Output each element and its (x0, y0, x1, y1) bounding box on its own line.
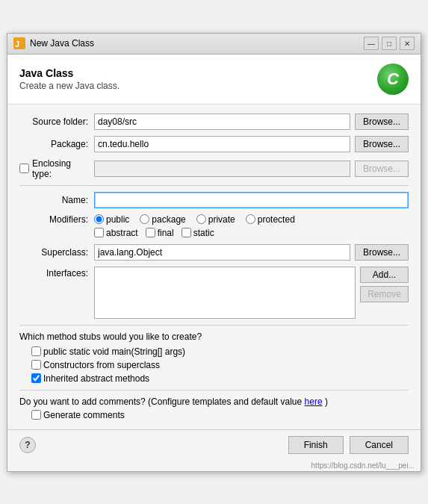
dialog-window: J New Java Class — □ ✕ Java Class Create… (7, 33, 421, 472)
window-controls: — □ ✕ (364, 37, 415, 50)
help-button[interactable]: ? (19, 437, 36, 453)
dialog-footer: ? Finish Cancel (7, 429, 421, 460)
package-label: Package: (19, 139, 94, 149)
stub-inherited-row: Inherited abstract methods (31, 373, 409, 384)
watermark: https://blog.csdn.net/lu___pei... (7, 460, 421, 471)
modifier-protected-option[interactable]: protected (246, 214, 295, 225)
superclass-row: Superclass: Browse... (19, 244, 409, 261)
minimize-button[interactable]: — (364, 37, 379, 50)
dialog-body: Source folder: Browse... Package: Browse… (7, 105, 421, 429)
divider-2 (19, 325, 409, 326)
superclass-label: Superclass: (19, 247, 94, 258)
generate-comments-checkbox[interactable]: Generate comments (31, 410, 401, 420)
comments-link[interactable]: here (305, 396, 323, 407)
source-folder-browse-button[interactable]: Browse... (355, 113, 409, 130)
header-title: Java Class (19, 67, 120, 79)
interfaces-input[interactable] (94, 267, 356, 319)
enclosing-type-input[interactable] (94, 161, 350, 177)
enclosing-type-checkbox[interactable] (19, 164, 29, 173)
window-title: New Java Class (30, 38, 364, 49)
close-button[interactable]: ✕ (400, 37, 415, 50)
divider-3 (19, 390, 409, 391)
package-input[interactable] (94, 136, 350, 152)
finish-button[interactable]: Finish (288, 436, 344, 454)
stub-inherited-checkbox[interactable]: Inherited abstract methods (31, 373, 401, 384)
comments-section: Do you want to add comments? (Configure … (19, 396, 409, 407)
superclass-browse-button[interactable]: Browse... (355, 244, 409, 261)
comments-end: ) (325, 396, 328, 407)
modifier-public-option[interactable]: public (94, 214, 129, 225)
modifier-abstract-checkbox[interactable]: abstract (94, 228, 138, 238)
modifier-static-checkbox[interactable]: static (182, 228, 214, 238)
interfaces-remove-button[interactable]: Remove (360, 286, 409, 302)
modifiers-label: Modifiers: (19, 214, 94, 225)
stub-constructors-checkbox[interactable]: Constructors from superclass (31, 360, 401, 370)
modifier-checkboxes-row: abstract final static (94, 228, 409, 238)
header-text: Java Class Create a new Java class. (19, 67, 120, 91)
interfaces-row: Interfaces: Add... Remove (19, 267, 409, 319)
generate-comments-row: Generate comments (31, 410, 409, 420)
modifier-package-option[interactable]: package (140, 214, 185, 225)
dialog-header: Java Class Create a new Java class. C (7, 55, 421, 105)
modifiers-row: Modifiers: public package private protec… (19, 214, 409, 225)
restore-button[interactable]: □ (382, 37, 397, 50)
stub-constructors-row: Constructors from superclass (31, 360, 409, 370)
interfaces-label: Interfaces: (19, 267, 94, 279)
interfaces-buttons: Add... Remove (360, 267, 409, 302)
stub-main-checkbox[interactable]: public static void main(String[] args) (31, 346, 401, 357)
package-browse-button[interactable]: Browse... (355, 136, 409, 152)
enclosing-type-row: Enclosing type: Browse... (19, 158, 409, 179)
window-icon: J (13, 37, 25, 49)
stubs-question: Which method stubs would you like to cre… (19, 332, 409, 342)
cancel-button[interactable]: Cancel (350, 436, 409, 454)
name-label: Name: (19, 195, 94, 205)
divider-1 (19, 185, 409, 186)
source-folder-row: Source folder: Browse... (19, 113, 409, 130)
modifier-final-checkbox[interactable]: final (146, 228, 174, 238)
name-row: Name: (19, 192, 409, 208)
title-bar: J New Java Class — □ ✕ (7, 34, 421, 55)
dialog-logo: C (377, 63, 409, 95)
comments-question: Do you want to add comments? (Configure … (19, 396, 302, 407)
stub-main-row: public static void main(String[] args) (31, 346, 409, 357)
package-row: Package: Browse... (19, 136, 409, 152)
enclosing-type-browse-button[interactable]: Browse... (355, 161, 409, 177)
source-folder-input[interactable] (94, 113, 350, 130)
svg-text:J: J (15, 40, 19, 49)
footer-buttons: Finish Cancel (288, 436, 409, 454)
superclass-input[interactable] (94, 244, 350, 261)
header-subtitle: Create a new Java class. (19, 81, 120, 91)
source-folder-label: Source folder: (19, 116, 94, 127)
modifier-private-option[interactable]: private (196, 214, 235, 225)
interfaces-add-button[interactable]: Add... (360, 267, 409, 283)
enclosing-type-label: Enclosing type: (32, 158, 88, 179)
name-input[interactable] (94, 192, 409, 208)
